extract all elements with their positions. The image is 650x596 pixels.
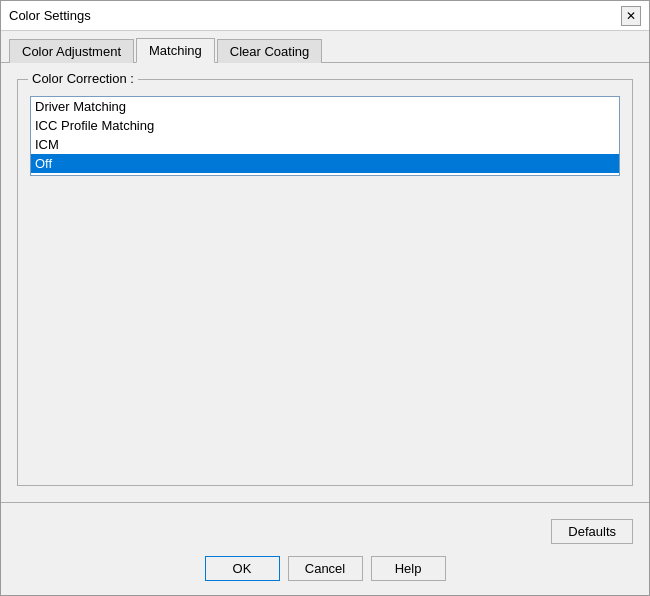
list-item-icc-profile-matching[interactable]: ICC Profile Matching — [31, 116, 619, 135]
list-item-driver-matching[interactable]: Driver Matching — [31, 97, 619, 116]
defaults-button[interactable]: Defaults — [551, 519, 633, 544]
tabs-bar: Color Adjustment Matching Clear Coating — [1, 31, 649, 63]
list-item-off[interactable]: Off — [31, 154, 619, 173]
color-settings-dialog: Color Settings ✕ Color Adjustment Matchi… — [0, 0, 650, 596]
help-button[interactable]: Help — [371, 556, 446, 581]
tab-clear-coating[interactable]: Clear Coating — [217, 39, 323, 63]
tab-matching[interactable]: Matching — [136, 38, 215, 63]
dialog-title: Color Settings — [9, 8, 91, 23]
footer-divider — [1, 502, 649, 503]
close-button[interactable]: ✕ — [621, 6, 641, 26]
cancel-button[interactable]: Cancel — [288, 556, 363, 581]
tab-color-adjustment[interactable]: Color Adjustment — [9, 39, 134, 63]
color-correction-listbox[interactable]: Driver Matching ICC Profile Matching ICM… — [30, 96, 620, 176]
ok-button[interactable]: OK — [205, 556, 280, 581]
list-item-icm[interactable]: ICM — [31, 135, 619, 154]
content-area: Color Correction : Driver Matching ICC P… — [1, 63, 649, 502]
footer: Defaults — [1, 511, 649, 552]
group-label: Color Correction : — [28, 71, 138, 86]
color-correction-group: Color Correction : Driver Matching ICC P… — [17, 79, 633, 486]
action-buttons: OK Cancel Help — [1, 552, 649, 595]
title-bar: Color Settings ✕ — [1, 1, 649, 31]
